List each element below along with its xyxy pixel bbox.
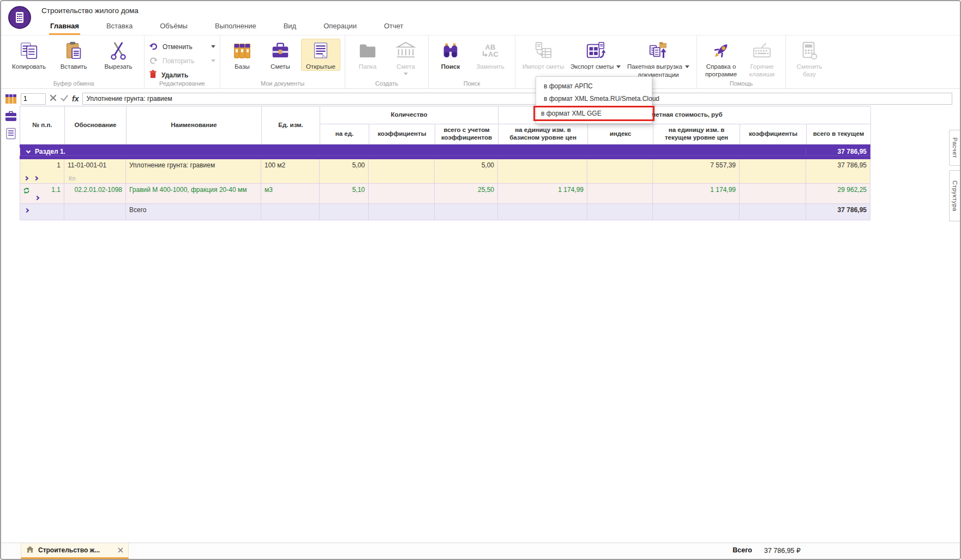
export-menu-item-xml-smeta[interactable]: в формат XML Smeta.RU/Smeta.Cloud xyxy=(536,92,652,105)
row1-qty-total: 5,00 xyxy=(435,159,498,184)
col-header-name[interactable]: Наименование xyxy=(127,106,262,144)
keyboard-icon xyxy=(750,40,774,62)
section-label: Раздел 1. xyxy=(35,148,65,155)
batch-upload-dropdown-arrow-icon[interactable] xyxy=(685,65,689,68)
cancel-input-icon[interactable] xyxy=(50,94,57,104)
export-menu-item-arps[interactable]: в формат АРПС xyxy=(536,80,652,92)
row2-coeff xyxy=(740,184,806,204)
folder-label: Папка xyxy=(359,63,377,71)
expand-icon[interactable] xyxy=(35,196,39,200)
formula-bar: fx xyxy=(21,92,952,105)
document-tab[interactable]: Строительство ж... xyxy=(21,543,129,559)
confirm-input-icon[interactable] xyxy=(61,94,68,104)
home-icon xyxy=(26,545,34,555)
new-estimate-label: Смета xyxy=(397,63,415,71)
expand-icon[interactable] xyxy=(25,208,29,213)
opened-button[interactable]: Открытые xyxy=(301,39,340,71)
export-icon xyxy=(584,40,608,62)
find-label: Поиск xyxy=(441,63,460,71)
col-header-unit[interactable]: Ед. изм. xyxy=(262,106,320,144)
undo-dropdown-arrow-icon[interactable] xyxy=(211,45,215,48)
col-header-cur-price[interactable]: на единицу изм. в текущем уровне цен xyxy=(653,124,740,144)
export-menu: в формат АРПС в формат XML Smeta.RU/Smet… xyxy=(536,76,652,124)
paste-button[interactable]: Вставить xyxy=(52,39,95,71)
change-db-button[interactable]: Сменить базу xyxy=(790,39,828,79)
fx-icon[interactable]: fx xyxy=(72,94,79,103)
col-header-code[interactable]: Обоснование xyxy=(65,106,127,144)
cut-button[interactable]: Вырезать xyxy=(97,39,140,71)
binoculars-icon xyxy=(439,40,463,62)
side-tab-structure[interactable]: Структура xyxy=(949,170,960,221)
side-tab-calculation[interactable]: Расчет xyxy=(949,130,960,166)
group-label-my-documents: Мои документы xyxy=(220,80,345,87)
new-estimate-button[interactable]: Смета xyxy=(388,39,424,75)
import-estimate-button[interactable]: Импорт сметы xyxy=(520,39,567,71)
about-button[interactable]: Справка о программе xyxy=(701,39,741,79)
tab-otchet[interactable]: Отчет xyxy=(383,20,405,35)
close-tab-icon[interactable] xyxy=(118,545,123,555)
folder-button[interactable]: Папка xyxy=(350,39,386,71)
undo-button[interactable]: Отменить xyxy=(149,41,215,52)
col-header-qty-total[interactable]: всего с учетом коэффициентов xyxy=(435,124,498,144)
group-create: Папка Смета Создать xyxy=(345,35,429,88)
row-number-input[interactable] xyxy=(21,93,46,105)
col-header-qty-per[interactable]: на ед. xyxy=(320,124,369,144)
folder-icon xyxy=(356,40,380,62)
formula-input[interactable] xyxy=(82,93,952,105)
redo-dropdown-arrow-icon[interactable] xyxy=(211,59,215,62)
row1-code: 11-01-001-01 xyxy=(68,161,106,169)
tab-vypolnenie[interactable]: Выполнение xyxy=(214,20,257,35)
footer-label: Всего xyxy=(126,204,261,220)
redo-button[interactable]: Повторить xyxy=(149,55,215,67)
highlight-box: в формат XML GGE xyxy=(533,106,654,121)
col-header-num[interactable]: № п.п. xyxy=(20,106,65,144)
col-header-qty-coeff[interactable]: коэффициенты xyxy=(369,124,435,144)
copy-label: Копировать xyxy=(12,63,46,71)
collapse-section-icon[interactable] xyxy=(26,148,31,153)
replace-button[interactable]: AB AC Заменить xyxy=(470,39,510,71)
copy-button[interactable]: Копировать xyxy=(8,39,50,71)
export-menu-item-xml-gge[interactable]: в формат XML GGE xyxy=(535,107,653,119)
status-bar: Строительство ж... Всего 37 786,95 ₽ xyxy=(1,543,960,559)
group-label-create: Создать xyxy=(345,80,428,87)
expand-icon[interactable] xyxy=(34,176,38,180)
tab-glavnaya[interactable]: Главная xyxy=(49,20,80,35)
rail-document-icon[interactable] xyxy=(4,127,18,140)
estimates-button[interactable]: Сметы xyxy=(262,39,299,71)
grid-footer-row[interactable]: Всего 37 786,95 xyxy=(20,204,870,220)
col-header-base-price[interactable]: на единицу изм. в базисном уровне цен xyxy=(498,124,588,144)
find-button[interactable]: Поиск xyxy=(433,39,468,71)
expand-icon[interactable] xyxy=(24,176,28,180)
delete-button[interactable]: Удалить xyxy=(149,69,215,81)
col-header-total[interactable]: всего в текущем xyxy=(807,124,871,144)
row1-qty-per: 5,00 xyxy=(320,159,369,184)
estimate-grid: № п.п. Обоснование Наименование Ед. изм.… xyxy=(20,106,870,220)
section-row[interactable]: Раздел 1. 37 786,95 xyxy=(20,144,870,159)
tab-obyomy[interactable]: Объёмы xyxy=(159,20,189,35)
rail-estimates-icon[interactable] xyxy=(4,110,18,123)
group-change-db: Сменить базу xyxy=(786,35,833,88)
footer-empty xyxy=(64,204,126,220)
rail-bases-icon[interactable] xyxy=(4,92,18,105)
group-clipboard: Копировать Вставить Вырезать Буфер обмен… xyxy=(3,35,145,88)
group-editing: Отменить Повторить Удалить Редактировани… xyxy=(145,35,220,88)
table-row[interactable]: 1.1 02.2.01.02-1098 Гравий М 400-1000, ф… xyxy=(20,184,870,204)
import-label: Импорт сметы xyxy=(522,63,564,71)
tab-operacii[interactable]: Операции xyxy=(322,20,358,35)
col-header-coeff[interactable]: коэффициенты xyxy=(740,124,807,144)
import-icon xyxy=(531,40,555,62)
table-row[interactable]: 1 11-01-001-01 Кп Уплотнение грунта: гра… xyxy=(20,159,870,184)
ribbon-tabs: Главная Вставка Объёмы Выполнение Вид Оп… xyxy=(49,20,405,35)
export-dropdown-arrow-icon[interactable] xyxy=(616,65,621,68)
export-label: Экспорт сметы xyxy=(570,63,614,71)
col-header-index[interactable]: индекс xyxy=(588,124,653,144)
row2-total: 29 962,25 xyxy=(806,184,870,204)
tab-vid[interactable]: Вид xyxy=(283,20,298,35)
hotkeys-button[interactable]: Горячие клавиши xyxy=(743,39,781,79)
tab-vstavka[interactable]: Вставка xyxy=(105,20,134,35)
bases-button[interactable]: Базы xyxy=(225,39,260,71)
export-estimate-button[interactable]: Экспорт сметы xyxy=(569,39,622,71)
batch-upload-button[interactable]: Пакетная выгрузка документации xyxy=(624,39,692,79)
new-estimate-dropdown-arrow-icon[interactable] xyxy=(404,73,408,75)
col-group-quantity[interactable]: Количество xyxy=(320,106,498,124)
